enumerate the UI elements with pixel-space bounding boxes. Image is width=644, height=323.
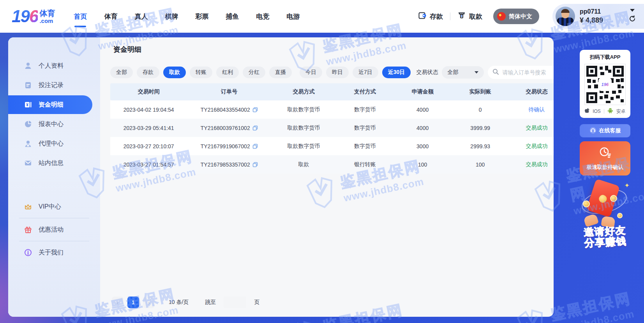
sidebar-item-bet-records[interactable]: 投注记录: [8, 75, 100, 95]
filter-bar: 全部 存款 取款 转账 红利 分红 直播 今日 昨日 近7日 近30日 交易状态…: [110, 64, 554, 81]
android-icon: [607, 108, 613, 115]
divider: [604, 109, 604, 114]
status-select[interactable]: 全部: [442, 66, 484, 79]
topbar-right: 存款 取款 简体中文 pp0711 ¥ 4,889: [418, 0, 644, 33]
copy-icon[interactable]: [252, 162, 258, 167]
cell-order: TY21679853357002: [201, 162, 250, 168]
logo-number: 196: [12, 7, 38, 26]
nav-item-fishing[interactable]: 捕鱼: [226, 9, 239, 24]
avatar[interactable]: [556, 7, 575, 26]
pie-chart-icon: [24, 120, 32, 128]
sidebar-item-about[interactable]: 关于我们: [8, 243, 100, 262]
nav-item-esports[interactable]: 电竞: [256, 9, 269, 24]
search-input[interactable]: [502, 69, 554, 75]
info-icon: [24, 248, 32, 257]
nav-item-lottery[interactable]: 彩票: [195, 9, 208, 24]
sidebar-item-messages[interactable]: 站内信息: [8, 153, 100, 173]
cell-amount: 3000: [394, 143, 452, 149]
top-bar: 196 体育 .com 首页 体育 真人 棋牌 彩票 捕鱼 电竞 电游 存款 取…: [0, 0, 644, 33]
filter-date-yesterday[interactable]: 昨日: [326, 67, 349, 78]
ios-label: IOS: [593, 109, 601, 114]
fast-withdraw-button[interactable]: 极速取款待确认: [580, 141, 630, 176]
cell-amount: 4000: [394, 125, 452, 131]
cell-actual: 100: [452, 162, 509, 168]
status-badge: 待确认: [509, 106, 554, 113]
jump-page-input[interactable]: [224, 297, 246, 308]
filter-date-7days[interactable]: 近7日: [353, 67, 378, 78]
filter-date-30days[interactable]: 近30日: [382, 67, 411, 78]
site-logo[interactable]: 196 体育 .com: [12, 7, 55, 26]
cell-pay: 数字货币: [336, 106, 394, 113]
sidebar-item-funds[interactable]: ¥ 资金明细: [8, 95, 92, 114]
crown-icon: [24, 202, 32, 211]
cell-order: TY21680433554002: [201, 107, 250, 113]
cell-actual: 3999.99: [452, 125, 509, 131]
person-icon: [24, 61, 32, 70]
cell-order: TY21679919067002: [201, 143, 250, 149]
online-service-button[interactable]: 在线客服: [580, 124, 630, 137]
app-download-card: 扫码下载APP 196 IOS 安卓: [580, 50, 630, 118]
copy-icon[interactable]: [252, 107, 258, 112]
user-account-area[interactable]: pp0711 ¥ 4,889: [552, 4, 644, 29]
sidebar-item-reports[interactable]: 报表中心: [8, 114, 100, 134]
filter-type-withdraw[interactable]: 取款: [163, 67, 186, 78]
right-panel: 扫码下载APP 196 IOS 安卓: [580, 50, 630, 248]
withdraw-button[interactable]: 取款: [457, 11, 482, 22]
search-icon: [492, 68, 499, 77]
table-header-row: 交易时间 订单号 交易方式 支付方式 申请金额 实际到账 交易状态 操作: [110, 83, 554, 100]
filter-type-live[interactable]: 直播: [269, 67, 292, 78]
invite-friends-banner[interactable]: ✦ 邀请好友 分享赚钱: [580, 179, 630, 248]
mail-icon: [24, 159, 32, 167]
page-title: 资金明细: [110, 45, 141, 54]
cell-method: 取款数字货币: [271, 143, 336, 150]
prev-page-button[interactable]: ‹: [112, 297, 124, 308]
order-search-box: [488, 66, 554, 79]
content-area: 资金明细 在线客服 全部 存款 取款 转账 红利 分红 直播 今日 昨日 近7日…: [100, 37, 554, 317]
table-row: 2023-03-27 20:10:07 TY21679919067002 取款数…: [110, 137, 554, 155]
table-row: 2023-04-02 19:04:54 TY21680433554002 取款数…: [110, 100, 554, 119]
svg-text:¥: ¥: [26, 103, 28, 107]
cell-actual: 0: [452, 107, 509, 113]
sidebar-item-profile[interactable]: 个人资料: [8, 56, 100, 75]
main-nav: 首页 体育 真人 棋牌 彩票 捕鱼 电竞 电游: [74, 9, 300, 24]
sidebar-item-promotions[interactable]: 优惠活动: [8, 220, 100, 239]
copy-icon[interactable]: [252, 144, 258, 149]
sidebar-item-agent[interactable]: 代理中心: [8, 134, 100, 153]
nav-item-slots[interactable]: 电游: [286, 9, 300, 24]
chevron-down-icon[interactable]: [630, 9, 635, 12]
filter-type-all[interactable]: 全部: [110, 67, 133, 78]
next-page-button[interactable]: ›: [143, 297, 155, 308]
cell-amount: 4000: [394, 107, 452, 113]
table-row: 2023-03-29 05:41:41 TY21680039761002 取款数…: [110, 119, 554, 137]
copy-icon[interactable]: [252, 125, 258, 131]
status-filter-label: 交易状态: [416, 69, 438, 76]
gift-icon: [24, 225, 32, 234]
user-meta: pp0711 ¥ 4,889: [580, 8, 603, 25]
nav-item-live-casino[interactable]: 真人: [134, 9, 148, 24]
filter-type-bonus[interactable]: 红利: [216, 67, 239, 78]
fast-clock-icon: [598, 146, 612, 161]
language-selector[interactable]: 简体中文: [493, 9, 539, 24]
current-page-button[interactable]: 1: [127, 297, 139, 308]
filter-type-dividend[interactable]: 分红: [243, 67, 265, 78]
deposit-icon: [418, 11, 427, 22]
filter-date-today[interactable]: 今日: [300, 67, 322, 78]
nav-item-home[interactable]: 首页: [74, 9, 87, 24]
filter-type-deposit[interactable]: 存款: [137, 67, 159, 78]
qr-code: 196: [584, 64, 626, 105]
filter-type-transfer[interactable]: 转账: [190, 67, 212, 78]
deposit-button[interactable]: 存款: [418, 11, 443, 22]
cell-pay: 银行转账: [336, 161, 394, 168]
nav-item-chess[interactable]: 棋牌: [165, 9, 178, 24]
pagination: ‹ 1 › 10 条/页 跳至 页: [110, 297, 554, 317]
divider: [19, 241, 89, 241]
username: pp0711: [580, 8, 603, 15]
cell-method: 取款数字货币: [271, 106, 336, 113]
status-badge: 交易成功: [509, 143, 554, 150]
balance: ¥ 4,889: [580, 16, 603, 25]
cell-pay: 数字货币: [336, 143, 394, 150]
divider: [19, 218, 89, 218]
refresh-balance-icon[interactable]: [628, 15, 636, 24]
sidebar-item-vip[interactable]: VIP中心: [8, 197, 100, 216]
nav-item-sports[interactable]: 体育: [104, 9, 117, 24]
